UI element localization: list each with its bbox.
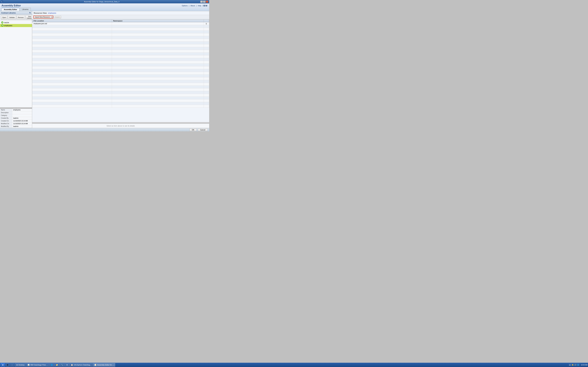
- empty-row: [32, 33, 209, 36]
- prop-created-by: Created By isadmin: [0, 117, 32, 120]
- contract-libraries-header: Contract Libraries ↻: [0, 11, 32, 15]
- empty-row: [32, 102, 209, 105]
- prop-name: Name employees: [0, 109, 32, 111]
- empty-row: [32, 55, 209, 58]
- resources-table: File Location Namespace employees.json.x…: [32, 19, 209, 122]
- empty-row: [32, 91, 209, 94]
- minimize-button[interactable]: —: [200, 1, 203, 3]
- options-menu[interactable]: Options: [182, 5, 188, 7]
- col-namespace: Namespace: [112, 19, 204, 22]
- empty-row: [32, 28, 209, 31]
- empty-row: [32, 88, 209, 91]
- namespace-cell: [112, 22, 204, 25]
- empty-row: [32, 47, 209, 50]
- tree-item-employees[interactable]: employees: [0, 24, 32, 27]
- empty-row: [32, 36, 209, 39]
- panel-divider[interactable]: ⋯: [0, 107, 32, 108]
- remove-button[interactable]: Remove: [17, 15, 25, 20]
- empty-row: [32, 72, 209, 75]
- col-actions: [204, 19, 209, 22]
- close-button[interactable]: ✕: [206, 1, 208, 3]
- divider-text2: |: [196, 5, 197, 7]
- delete-row-button[interactable]: 🗑: [204, 22, 209, 25]
- empty-row: [32, 77, 209, 80]
- app-header: Assembly Editor Options | About | Help I…: [0, 3, 209, 11]
- divider-text: |: [189, 5, 189, 7]
- resource-toolbar: Import New Resource ▾ Export: [32, 15, 209, 19]
- empty-row: [32, 94, 209, 97]
- prop-created-on: Created On 11/10/2020 10:14 AM: [0, 120, 32, 123]
- empty-row: [32, 42, 209, 44]
- empty-row: [32, 80, 209, 83]
- empty-row: [32, 64, 209, 66]
- main-content: Contract Libraries ↻ Open Validate Remov…: [0, 11, 209, 128]
- header-menu: Options | About | Help: [182, 5, 201, 7]
- tree-item-isalite[interactable]: isaLite: [0, 21, 32, 24]
- prop-modified-on: Modified On 11/10/2020 10:14 AM: [0, 123, 32, 125]
- empty-row: [32, 58, 209, 61]
- right-panel: Resources View: employees Import New Res…: [32, 11, 209, 128]
- cancel-button[interactable]: Cancel: [198, 128, 208, 131]
- empty-row: [32, 61, 209, 64]
- empty-row: [32, 50, 209, 53]
- empty-row: [32, 97, 209, 100]
- properties-panel: Name employees Description Category Crea…: [0, 108, 32, 128]
- library-toolbar: Open Validate Remove New Library...: [0, 15, 32, 20]
- help-menu[interactable]: Help: [198, 5, 201, 7]
- empty-row: [32, 31, 209, 33]
- empty-row: [32, 75, 209, 77]
- ok-button[interactable]: OK: [190, 128, 197, 131]
- col-file-location: File Location: [32, 19, 112, 22]
- empty-row: [32, 86, 209, 88]
- table-row[interactable]: employees.json.xsd 🗑: [32, 22, 209, 25]
- import-new-resource-button[interactable]: Import New Resource: [34, 16, 51, 18]
- library-tree: isaLite employees: [0, 20, 32, 107]
- tab-libraries[interactable]: Libraries: [20, 8, 31, 11]
- details-panel: Select an item above to see its details: [32, 123, 209, 128]
- left-panel: Contract Libraries ↻ Open Validate Remov…: [0, 11, 32, 128]
- file-location-cell: employees.json.xsd: [32, 22, 112, 25]
- prop-modified-by: Modified By isadmin: [0, 125, 32, 128]
- prop-category: Category: [0, 114, 32, 117]
- empty-row: [32, 39, 209, 42]
- validate-button[interactable]: Validate: [8, 15, 16, 20]
- export-button[interactable]: Export: [54, 16, 61, 18]
- ibm-logo: IBM: [203, 4, 208, 7]
- empty-row: [32, 105, 209, 108]
- title-bar: Assembly Editor for Stage_hierarchical_D…: [0, 0, 209, 3]
- employees-icon: [1, 25, 3, 27]
- status-bar: OK Cancel: [0, 128, 209, 131]
- vertical-divider[interactable]: [32, 122, 209, 123]
- resources-data-table: File Location Namespace employees.json.x…: [32, 19, 209, 108]
- open-button[interactable]: Open: [1, 15, 7, 20]
- empty-row: [32, 66, 209, 69]
- window-title: Assembly Editor for Stage_hierarchical_D…: [3, 1, 200, 3]
- resources-header: Resources View: employees: [32, 11, 209, 15]
- import-dropdown-button[interactable]: ▾: [51, 16, 53, 18]
- app-title: Assembly Editor: [1, 4, 21, 7]
- empty-row: [32, 83, 209, 86]
- empty-row: [32, 53, 209, 55]
- tab-assembly-editor[interactable]: Assembly Editor: [1, 8, 19, 11]
- refresh-icon[interactable]: ↻: [29, 12, 31, 14]
- prop-description: Description: [0, 111, 32, 114]
- empty-row: [32, 25, 209, 28]
- restore-button[interactable]: ❐: [203, 1, 206, 3]
- isalite-icon: [1, 21, 3, 24]
- about-menu[interactable]: About: [190, 5, 195, 7]
- import-button-group: Import New Resource ▾: [33, 16, 53, 18]
- tab-bar: Assembly Editor Libraries: [1, 8, 208, 11]
- empty-row: [32, 44, 209, 47]
- empty-row: [32, 100, 209, 102]
- empty-row: [32, 69, 209, 72]
